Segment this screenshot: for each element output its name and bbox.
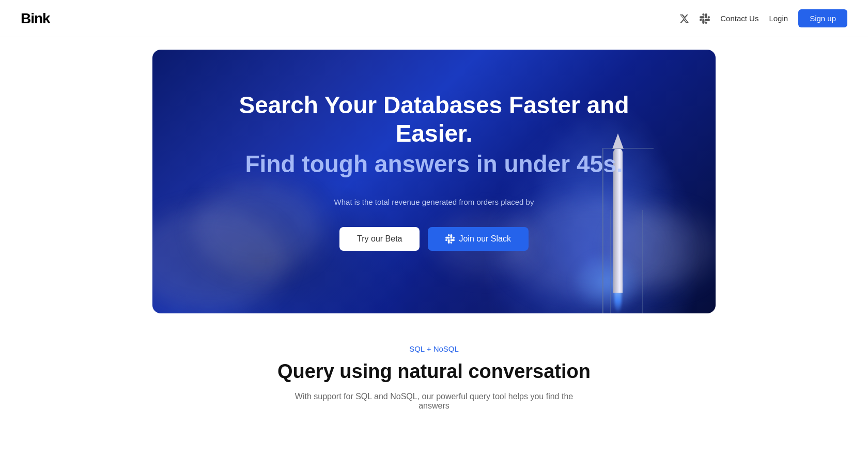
slack-button-icon bbox=[445, 234, 455, 244]
hero-title-line1: Search Your Databases Faster and Easier. bbox=[233, 91, 636, 148]
section-description: With support for SQL and NoSQL, our powe… bbox=[279, 392, 589, 411]
join-slack-button[interactable]: Join our Slack bbox=[428, 227, 529, 251]
twitter-icon[interactable] bbox=[679, 13, 689, 24]
nav-right: Contact Us Login Sign up bbox=[679, 9, 847, 27]
section-below: SQL + NoSQL Query using natural conversa… bbox=[0, 313, 868, 421]
section-title: Query using natural conversation bbox=[21, 360, 847, 383]
join-slack-label: Join our Slack bbox=[459, 234, 511, 244]
section-tag: SQL + NoSQL bbox=[21, 344, 847, 353]
logo[interactable]: Bink bbox=[21, 10, 50, 27]
try-beta-button[interactable]: Try our Beta bbox=[339, 227, 420, 251]
hero-title-line2: Find tough answers in under 45s. bbox=[245, 150, 623, 178]
signup-button[interactable]: Sign up bbox=[798, 9, 847, 27]
navbar: Bink Contact Us Login Sign up bbox=[0, 0, 868, 37]
hero-section: Search Your Databases Faster and Easier.… bbox=[152, 50, 716, 313]
slack-icon[interactable] bbox=[700, 13, 710, 24]
hero-buttons: Try our Beta Join our Slack bbox=[339, 227, 529, 251]
contact-us-link[interactable]: Contact Us bbox=[720, 14, 758, 23]
hero-content: Search Your Databases Faster and Easier.… bbox=[152, 50, 716, 251]
hero-wrapper: Search Your Databases Faster and Easier.… bbox=[0, 37, 868, 313]
login-link[interactable]: Login bbox=[769, 14, 788, 23]
hero-query-text: What is the total revenue generated from… bbox=[334, 198, 534, 206]
